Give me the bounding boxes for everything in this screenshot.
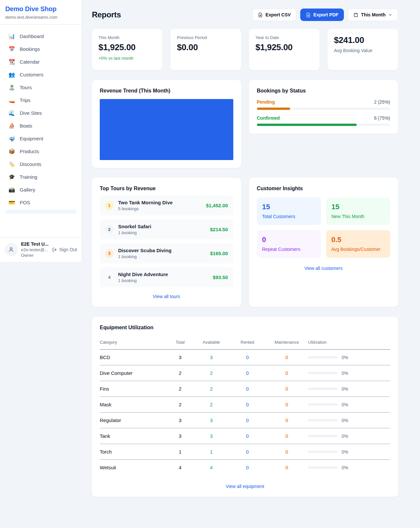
sidebar-item-dashboard[interactable]: 📊 Dashboard <box>5 30 77 43</box>
cell-available: 1 <box>193 449 229 455</box>
tag-icon: 🏷️ <box>9 161 15 167</box>
cell-utilization: 0% <box>308 434 390 439</box>
top-tours-card: Top Tours by Revenue 1 Two Tank Morning … <box>92 178 241 307</box>
rank-badge: 3 <box>105 249 114 258</box>
file-download-icon <box>258 12 263 17</box>
stat-label: Previous Period <box>177 35 234 40</box>
cell-total: 2 <box>167 370 193 376</box>
shop-name: Demo Dive Shop <box>5 5 76 13</box>
tour-name: Discover Scuba Diving <box>118 248 205 253</box>
stat-value: $241.00 <box>334 35 391 45</box>
stat-label: This Month <box>98 35 156 40</box>
sidebar-item-label: Boats <box>20 123 32 129</box>
sidebar-item-reports-partial[interactable] <box>5 210 76 213</box>
cell-rented: 0 <box>229 449 265 455</box>
export-pdf-label: Export PDF <box>313 12 338 17</box>
export-pdf-button[interactable]: Export PDF <box>300 9 344 21</box>
sidebar-item-gallery[interactable]: 📸 Gallery <box>5 183 77 196</box>
sidebar-item-calendar[interactable]: 📆 Calendar <box>5 55 77 68</box>
equipment-utilization-title: Equipment Utilization <box>100 325 390 331</box>
island-icon: 🏝️ <box>9 84 15 91</box>
customer-insights-title: Customer Insights <box>257 186 390 192</box>
cell-maintenance: 0 <box>265 355 308 360</box>
table-row: Dive Computer 2 2 0 0 0% <box>100 365 390 381</box>
cell-rented: 0 <box>229 370 265 376</box>
view-all-customers-link[interactable]: View all customers <box>257 266 390 271</box>
col-header-rented: Rented <box>229 340 265 345</box>
file-download-icon <box>306 12 311 17</box>
period-label: This Month <box>361 12 386 17</box>
sidebar-item-bookings[interactable]: 📅 Bookings <box>5 43 77 55</box>
page-title: Reports <box>92 10 121 19</box>
sidebar-item-label: Gallery <box>20 187 35 193</box>
cell-available: 4 <box>193 465 229 470</box>
people-icon: 👥 <box>9 71 15 78</box>
cell-total: 2 <box>167 386 193 392</box>
sidebar-item-training[interactable]: 🎓 Training <box>5 171 77 183</box>
utilization-percent: 0% <box>342 418 348 423</box>
sign-out-button[interactable]: Sign Out <box>52 247 77 253</box>
status-row-pending: Pending 2 (25%) <box>257 99 390 110</box>
cell-total: 3 <box>167 417 193 423</box>
cell-rented: 0 <box>229 465 265 470</box>
utilization-percent: 0% <box>342 434 348 439</box>
sidebar-item-label: Customers <box>20 72 44 77</box>
cell-category: Tank <box>100 433 167 439</box>
insight-value: 15 <box>331 203 385 211</box>
cell-maintenance: 0 <box>265 433 308 439</box>
table-row: BCD 3 3 0 0 0% <box>100 350 390 365</box>
cell-maintenance: 0 <box>265 370 308 376</box>
tour-bookings: 1 booking <box>118 230 205 235</box>
header-actions: Export CSV Export PDF This Month <box>252 9 398 21</box>
sidebar-item-pos[interactable]: 💳 POS <box>5 196 77 209</box>
view-all-equipment-link[interactable]: View all equipment <box>100 484 390 489</box>
brand-block: Demo Dive Shop demo.test.divestreams.com <box>0 0 82 25</box>
sidebar-item-dive-sites[interactable]: 🌊 Dive Sites <box>5 107 77 119</box>
view-all-tours-link[interactable]: View all tours <box>100 294 233 299</box>
tour-row[interactable]: 1 Two Tank Morning Dive 5 bookings $1,45… <box>100 195 233 215</box>
stat-label: Avg Booking Value <box>334 48 391 53</box>
period-selector[interactable]: This Month <box>348 9 398 21</box>
user-email: e2e-tester@... <box>21 247 49 252</box>
tour-bookings: 5 bookings <box>118 206 201 211</box>
sidebar-item-label: Products <box>20 149 39 154</box>
sidebar-item-label: Trips <box>20 97 31 103</box>
sidebar-item-boats[interactable]: ⛵ Boats <box>5 119 77 132</box>
tour-name: Night Dive Adventure <box>118 272 208 277</box>
insight-label: Repeat Customers <box>262 247 316 252</box>
sidebar-item-label: Dashboard <box>20 33 44 39</box>
cell-available: 3 <box>193 355 229 360</box>
cell-utilization: 0% <box>308 386 390 392</box>
page-header: Reports Export CSV Export PDF <box>92 9 398 21</box>
tour-revenue: $214.50 <box>210 227 228 232</box>
utilization-track <box>308 403 338 406</box>
sidebar-item-label: Dive Sites <box>20 110 42 116</box>
sidebar-item-customers[interactable]: 👥 Customers <box>5 68 77 81</box>
sidebar-item-trips[interactable]: 🚤 Trips <box>5 94 77 107</box>
rank-badge: 4 <box>105 273 114 282</box>
utilization-track <box>308 419 338 421</box>
tour-row[interactable]: 2 Snorkel Safari 1 booking $214.50 <box>100 219 233 239</box>
stat-card-avg-booking-value: $241.00 Avg Booking Value <box>327 29 398 70</box>
sidebar-item-discounts[interactable]: 🏷️ Discounts <box>5 158 77 171</box>
tour-row[interactable]: 3 Discover Scuba Diving 1 booking $165.0… <box>100 243 233 263</box>
table-row: Wetsuit 4 4 0 0 0% <box>100 460 390 475</box>
utilization-track <box>308 372 338 374</box>
sidebar-item-tours[interactable]: 🏝️ Tours <box>5 81 77 94</box>
cell-total: 3 <box>167 433 193 439</box>
main-content: Reports Export CSV Export PDF <box>82 0 420 508</box>
sidebar-item-products[interactable]: 📦 Products <box>5 145 77 158</box>
equipment-utilization-card: Equipment Utilization Category Total Ava… <box>92 317 398 497</box>
stat-value: $1,925.00 <box>256 42 313 52</box>
chevron-down-icon <box>388 13 392 17</box>
insight-label: Total Customers <box>262 214 316 219</box>
tour-name: Two Tank Morning Dive <box>118 200 201 205</box>
table-row: Tank 3 3 0 0 0% <box>100 428 390 444</box>
table-header-row: Category Total Available Rented Maintena… <box>100 337 390 350</box>
credit-card-icon: 💳 <box>9 199 15 206</box>
cell-utilization: 0% <box>308 465 390 470</box>
export-csv-button[interactable]: Export CSV <box>252 9 296 21</box>
sidebar-item-equipment[interactable]: 🤿 Equipment <box>5 132 77 145</box>
tour-row[interactable]: 4 Night Dive Adventure 1 booking $93.50 <box>100 267 233 287</box>
table-row: Fins 2 2 0 0 0% <box>100 381 390 397</box>
